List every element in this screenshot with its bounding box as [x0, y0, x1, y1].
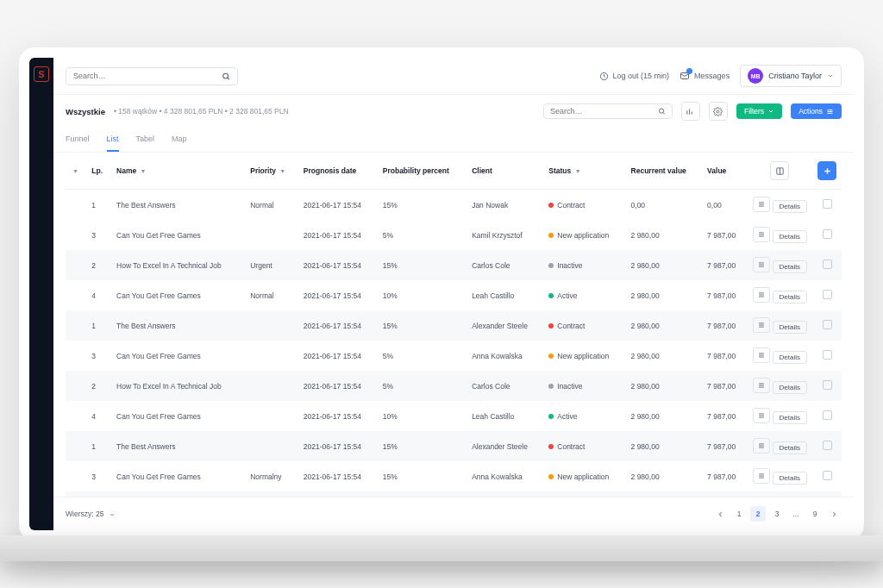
row-checkbox[interactable] [823, 320, 832, 329]
col-prognosis[interactable]: Prognosis date [298, 153, 378, 190]
table-search[interactable] [543, 103, 673, 119]
col-recurrent[interactable]: Recurrent value [626, 153, 703, 190]
row-menu-button[interactable] [753, 227, 770, 242]
details-button[interactable]: Details [773, 411, 807, 424]
row-checkbox[interactable] [823, 199, 832, 209]
row-checkbox[interactable] [823, 441, 832, 450]
row-menu-button[interactable] [753, 438, 770, 454]
cell-value: 7 987,00 [702, 371, 747, 401]
tab-map[interactable]: Map [172, 128, 187, 152]
chart-button[interactable] [681, 102, 700, 121]
details-button[interactable]: Details [773, 230, 807, 243]
search-icon [222, 72, 230, 81]
details-button[interactable]: Details [773, 200, 807, 213]
cell-priority [245, 431, 298, 461]
row-menu-button[interactable] [753, 287, 770, 303]
row-checkbox[interactable] [823, 290, 832, 299]
menu-icon [757, 351, 766, 360]
cell-client: Jan Nowak [467, 190, 543, 221]
cell-value: 7 987,00 [702, 250, 747, 280]
row-checkbox[interactable] [823, 260, 832, 269]
settings-button[interactable] [709, 102, 728, 121]
cell-lp: 4 [86, 401, 111, 431]
col-priority[interactable]: Priority ▼ [245, 153, 298, 190]
chevron-down-icon [827, 72, 834, 79]
cell-status: New application [543, 220, 625, 250]
columns-icon [775, 166, 785, 176]
search-input[interactable] [73, 72, 216, 80]
details-button[interactable]: Details [773, 351, 807, 364]
rows-per-page[interactable]: Wierszy: 25 [66, 510, 116, 518]
row-menu-button[interactable] [753, 317, 770, 333]
actions-button[interactable]: Actions [791, 103, 842, 119]
col-add[interactable] [812, 153, 842, 190]
col-value[interactable]: Value [702, 153, 747, 190]
details-button[interactable]: Details [773, 260, 807, 273]
cell-priority [245, 371, 298, 401]
cell-value: 7 987,00 [702, 401, 747, 431]
pager-prev[interactable] [712, 506, 728, 522]
pager-page[interactable]: 1 [731, 506, 747, 522]
row-checkbox[interactable] [823, 229, 832, 239]
col-sort[interactable]: ▼ [66, 153, 86, 190]
table-row: 1The Best Answers2021-06-17 15:5415%Alex… [66, 431, 842, 461]
row-menu-button[interactable] [753, 197, 770, 212]
col-client[interactable]: Client [467, 153, 543, 190]
cell-recurrent: 2 980,00 [626, 431, 703, 461]
user-menu[interactable]: MB Cristiano Taylor [740, 65, 842, 87]
row-checkbox[interactable] [823, 380, 832, 390]
table-row: 2How To Excel In A Technical JobUrgent20… [66, 250, 842, 280]
pager-page[interactable]: 9 [807, 506, 823, 522]
cell-pct: 15% [378, 310, 467, 341]
row-checkbox[interactable] [823, 471, 832, 480]
pager-page[interactable]: 2 [750, 506, 766, 522]
cell-pct: 15% [378, 190, 467, 221]
filters-button[interactable]: Filters [736, 103, 782, 119]
details-button[interactable]: Details [773, 291, 807, 303]
cell-status: Active [543, 280, 625, 310]
cell-lp: 3 [86, 220, 111, 250]
col-status[interactable]: Status ▼ [543, 153, 625, 190]
row-checkbox[interactable] [823, 350, 832, 360]
cell-pct: 10% [378, 280, 467, 310]
menu-icon [826, 108, 834, 116]
col-config[interactable] [748, 153, 812, 190]
row-menu-button[interactable] [753, 347, 770, 363]
cell-client: Alexander Steele [467, 431, 543, 461]
pager-page: … [788, 506, 804, 522]
row-checkbox[interactable] [823, 410, 832, 420]
pager-next[interactable] [826, 506, 842, 522]
details-button[interactable]: Details [773, 321, 807, 334]
tab-list[interactable]: List [107, 128, 119, 152]
cell-status: Contract [543, 431, 625, 461]
cell-pct: 5% [378, 220, 467, 250]
status-dot-icon [548, 444, 554, 449]
chevron-down-icon [109, 511, 116, 518]
details-button[interactable]: Details [773, 472, 807, 485]
global-search[interactable] [66, 67, 238, 85]
col-lp[interactable]: Lp. [86, 153, 111, 190]
row-menu-button[interactable] [753, 378, 770, 393]
cell-recurrent: 2 980,00 [626, 310, 703, 341]
tab-tabel[interactable]: Tabel [136, 128, 155, 152]
row-menu-button[interactable] [753, 257, 770, 272]
details-button[interactable]: Details [773, 441, 807, 454]
logout-button[interactable]: Log out (15 min) [599, 72, 670, 81]
sidebar: S [29, 58, 53, 530]
status-dot-icon [548, 263, 554, 268]
status-dot-icon [548, 293, 554, 298]
messages-button[interactable]: Messages [679, 71, 730, 81]
cell-client: Anna Kowalska [467, 461, 543, 491]
cell-client: Carlos Cole [467, 371, 543, 401]
col-name[interactable]: Name ▼ [111, 153, 245, 190]
details-button[interactable]: Details [773, 381, 807, 394]
row-menu-button[interactable] [753, 468, 770, 484]
col-probability[interactable]: Probability percent [378, 153, 467, 190]
row-menu-button[interactable] [753, 408, 770, 423]
cell-value: 0,00 [702, 190, 747, 221]
tab-funnel[interactable]: Funnel [66, 128, 90, 152]
table-search-input[interactable] [550, 107, 653, 116]
cell-pct: 15% [378, 250, 467, 280]
menu-icon [757, 411, 766, 420]
pager-page[interactable]: 3 [769, 506, 785, 522]
